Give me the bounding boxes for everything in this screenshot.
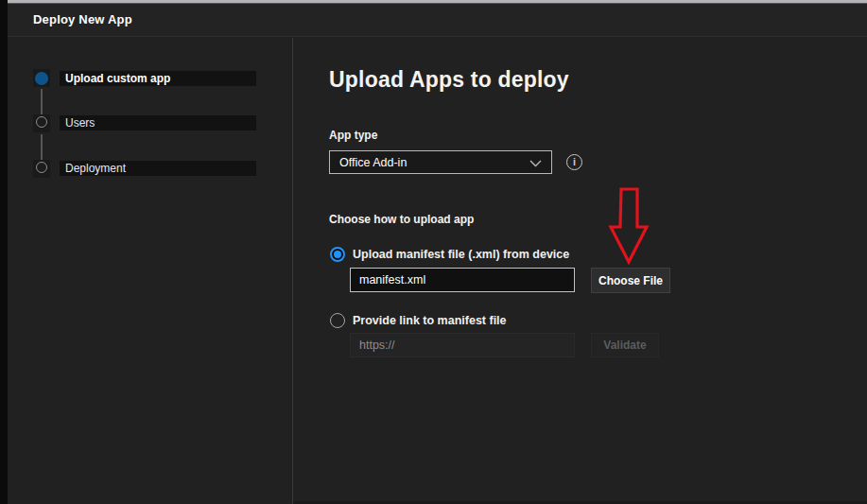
radio-upload-manifest-file-label: Upload manifest file (.xml) from device [353,248,569,261]
manifest-link-input[interactable] [350,333,575,357]
step-active-dot [35,72,48,85]
info-icon-glyph: i [573,157,576,167]
annotation-arrow-down-icon [605,185,654,267]
deploy-new-app-panel: Deploy New App Upload custom app Users D… [0,0,867,504]
stepper-connector [41,134,43,160]
stepper-connector [41,89,43,115]
radio-upload-manifest-file[interactable] [330,247,345,262]
sidebar-item-upload-custom-app[interactable]: Upload custom app [60,71,256,86]
wizard-stepper-sidebar: Upload custom app Users Deployment [8,38,293,504]
app-type-label: App type [329,129,377,142]
radio-provide-link-label: Provide link to manifest file [353,314,507,327]
info-icon[interactable]: i [566,154,582,170]
window-top-edge [8,0,867,4]
page-title: Upload Apps to deploy [329,67,569,93]
step-idle-dot [36,162,47,173]
sidebar-item-users[interactable]: Users [60,115,256,130]
chevron-down-icon [529,154,542,171]
window-left-edge [0,0,8,504]
panel-header: Deploy New App [8,4,867,37]
choose-file-button[interactable]: Choose File [591,268,670,293]
sidebar-item-deployment[interactable]: Deployment [60,161,256,176]
panel-title: Deploy New App [33,12,132,26]
manifest-file-input[interactable] [350,268,575,292]
upload-method-label: Choose how to upload app [329,213,474,226]
radio-provide-link[interactable] [330,313,345,328]
app-type-selected-value: Office Add-in [339,156,529,169]
app-type-dropdown[interactable]: Office Add-in [329,150,552,174]
validate-button[interactable]: Validate [591,333,659,357]
step-idle-dot [36,116,47,128]
